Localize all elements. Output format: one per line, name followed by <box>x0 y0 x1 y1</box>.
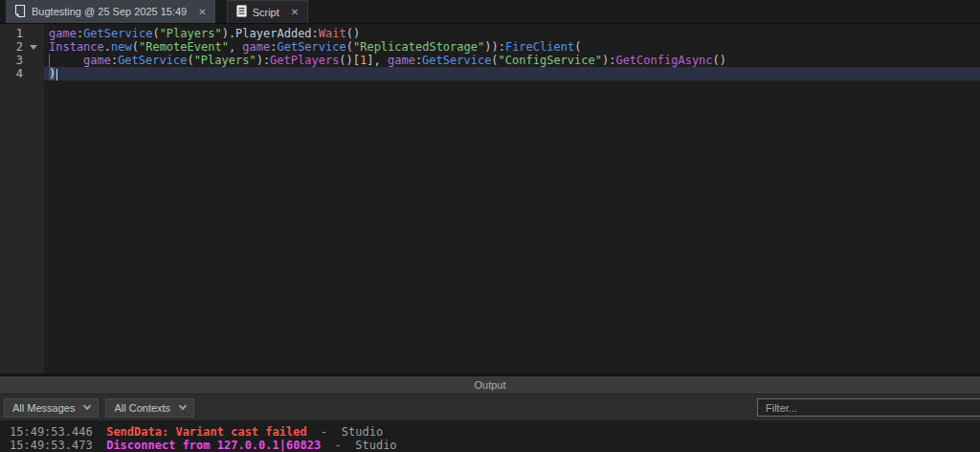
document-tabbar: Bugtesting @ 25 Sep 2025 15:49 ✕ Script … <box>0 0 980 24</box>
code-token: () <box>346 27 360 40</box>
code-token: GetConfigAsync <box>615 54 712 67</box>
code-token: ], <box>367 54 388 67</box>
log-context: Studio <box>342 425 383 439</box>
tab-label: Bugtesting @ 25 Sep 2025 15:49 <box>32 6 187 17</box>
code-token: game <box>83 54 111 67</box>
line-number: 2 <box>0 40 23 54</box>
line-number: 1 <box>0 27 23 40</box>
code-token: ( <box>491 54 498 67</box>
code-line[interactable]: game:GetService("Players").PlayerAdded:W… <box>49 27 980 40</box>
fold-column <box>23 27 44 40</box>
code-token: ( <box>187 54 193 67</box>
code-token: () <box>713 54 726 67</box>
output-log[interactable]: 15:49:53.446 SendData: Variant cast fail… <box>0 420 980 452</box>
log-message: Disconnect from 127.0.0.1|60823 <box>106 439 321 452</box>
close-icon[interactable]: ✕ <box>291 7 299 17</box>
code-line[interactable]: ) <box>44 67 980 80</box>
code-token: "Players" <box>160 27 222 40</box>
code-token: game <box>49 27 77 40</box>
code-token: GetService <box>422 54 491 67</box>
code-token: GetService <box>277 40 345 54</box>
fold-column <box>23 67 44 80</box>
code-token: ( <box>574 40 581 54</box>
dropdown-label: All Contexts <box>114 402 170 414</box>
code-token: "Players" <box>194 54 256 67</box>
code-token: FireClient <box>505 40 574 54</box>
tab-bugtesting-place[interactable]: Bugtesting @ 25 Sep 2025 15:49 ✕ <box>6 0 215 23</box>
fold-column <box>23 54 44 67</box>
log-separator: - <box>307 425 342 439</box>
code-token: ( <box>346 40 353 54</box>
code-token: , <box>229 40 242 54</box>
gutter-row: 3 <box>0 54 44 67</box>
code-token: ( <box>152 27 159 40</box>
code-area[interactable]: game:GetService("Players").PlayerAdded:W… <box>44 24 980 373</box>
code-token: ) <box>49 67 56 80</box>
line-number: 4 <box>0 67 23 80</box>
code-token: ). <box>222 27 235 40</box>
tab-label: Script <box>253 7 279 18</box>
chevron-down-icon <box>83 402 91 410</box>
fold-collapse-icon[interactable] <box>30 45 37 50</box>
log-context: Studio <box>355 439 396 452</box>
code-token: ( <box>132 40 139 54</box>
log-entry[interactable]: 15:49:53.473 Disconnect from 127.0.0.1|6… <box>10 439 980 452</box>
code-token: ): <box>602 54 615 67</box>
code-token: game <box>388 54 415 67</box>
code-token: "RemoteEvent" <box>139 40 229 54</box>
dropdown-label: All Messages <box>12 402 75 414</box>
code-line[interactable]: Instance.new("RemoteEvent", game:GetServ… <box>49 40 980 54</box>
log-timestamp: 15:49:53.446 <box>10 425 106 439</box>
script-editor[interactable]: 1234 game:GetService("Players").PlayerAd… <box>0 24 980 373</box>
gutter-row: 1 <box>0 27 44 40</box>
place-document-icon <box>14 5 26 19</box>
code-token: : <box>312 27 319 40</box>
log-separator: - <box>321 439 355 452</box>
code-token: "ConfigService" <box>499 54 602 67</box>
code-token: PlayerAdded <box>235 27 311 40</box>
code-token: GetService <box>118 54 187 67</box>
log-message: SendData: Variant cast failed <box>106 425 307 439</box>
log-timestamp: 15:49:53.473 <box>10 439 106 452</box>
gutter-row: 4 <box>0 67 44 80</box>
fold-column[interactable] <box>23 40 44 54</box>
code-token: game <box>242 40 270 54</box>
line-number: 3 <box>0 54 23 67</box>
code-token: new <box>111 40 132 54</box>
output-toolbar: All Messages All Contexts <box>0 394 980 420</box>
code-token: ): <box>256 54 270 67</box>
close-icon[interactable]: ✕ <box>198 7 206 17</box>
output-panel-titlebar[interactable]: Output <box>0 373 980 394</box>
log-entry[interactable]: 15:49:53.446 SendData: Variant cast fail… <box>10 425 980 439</box>
code-token: )): <box>484 40 505 54</box>
line-number-gutter: 1234 <box>0 24 44 373</box>
text-caret <box>56 69 57 80</box>
code-token: "ReplicatedStorage" <box>353 40 484 54</box>
tab-script[interactable]: Script ✕ <box>227 0 309 23</box>
output-panel-title: Output <box>474 379 505 391</box>
code-token: . <box>104 40 111 54</box>
code-token: ()[ <box>339 54 360 67</box>
code-line[interactable]: game:GetService("Players"):GetPlayers()[… <box>49 54 980 67</box>
code-token: Wait <box>319 27 346 40</box>
code-token: GetService <box>83 27 152 40</box>
script-icon <box>236 5 247 19</box>
code-token: GetPlayers <box>270 54 339 67</box>
roblox-studio-window: Bugtesting @ 25 Sep 2025 15:49 ✕ Script … <box>0 0 980 452</box>
chevron-down-icon <box>179 402 187 410</box>
context-filter-dropdown[interactable]: All Contexts <box>105 398 194 418</box>
message-filter-dropdown[interactable]: All Messages <box>4 398 99 418</box>
code-token: Instance <box>49 40 104 54</box>
gutter-row: 2 <box>0 40 44 54</box>
output-filter-input[interactable] <box>757 398 980 417</box>
